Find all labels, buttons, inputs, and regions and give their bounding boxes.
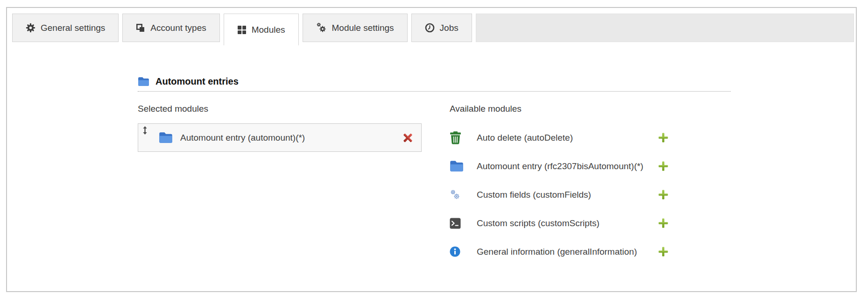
green-plus-icon (658, 218, 669, 229)
folder-icon (159, 132, 173, 143)
red-x-icon (402, 132, 414, 143)
clock-icon (425, 23, 435, 33)
available-modules-header: Available modules (450, 104, 731, 114)
available-module-label: Custom fields (customFields) (477, 190, 591, 200)
info-icon (450, 246, 466, 257)
tab-bar-filler (476, 14, 854, 42)
section-title: Automount entries (155, 76, 239, 87)
selected-modules-header: Selected modules (138, 104, 450, 114)
folder-icon (138, 77, 149, 86)
add-module-button[interactable] (658, 246, 669, 257)
tab-label: Jobs (440, 23, 459, 33)
add-module-button[interactable] (658, 161, 669, 172)
up-down-arrow-icon[interactable] (142, 126, 148, 135)
green-plus-icon (658, 161, 669, 172)
add-module-button[interactable] (658, 218, 669, 229)
remove-module-button[interactable] (402, 132, 414, 143)
tab-bar: General settings Account types Modul (12, 14, 854, 45)
folder-icon (450, 160, 466, 172)
available-module-label: Custom scripts (customScripts) (477, 218, 600, 229)
available-module-row: Auto delete (autoDelete) (450, 123, 731, 152)
tab-module-settings[interactable]: Module settings (303, 14, 408, 42)
available-module-row: Custom fields (customFields) (450, 180, 731, 209)
account-types-icon (136, 23, 145, 33)
selected-module-row[interactable]: Automount entry (automount)(*) (138, 123, 422, 152)
gears-icon (450, 189, 466, 200)
available-module-row: General information (generalInformation) (450, 237, 731, 266)
settings-panel: General settings Account types Modul (6, 7, 857, 292)
tab-label: Modules (252, 25, 285, 35)
gear-icon (26, 23, 35, 33)
green-plus-icon (658, 189, 669, 200)
green-plus-icon (658, 246, 669, 257)
available-modules-list: Auto delete (autoDelete) (450, 123, 731, 266)
section-header: Automount entries (138, 76, 731, 92)
tab-label: Module settings (332, 23, 394, 33)
available-module-label: Automount entry (rfc2307bisAutomount)(*) (477, 161, 643, 172)
available-module-label: Auto delete (autoDelete) (477, 133, 573, 143)
tab-modules[interactable]: Modules (224, 14, 299, 45)
selected-module-label: Automount entry (automount)(*) (180, 133, 305, 143)
tab-account-types[interactable]: Account types (122, 14, 219, 42)
tab-jobs[interactable]: Jobs (411, 14, 472, 42)
module-settings-gears-icon (316, 22, 327, 33)
available-module-row: Custom scripts (customScripts) (450, 209, 731, 237)
green-plus-icon (658, 132, 669, 143)
add-module-button[interactable] (658, 189, 669, 200)
modules-grid-icon (237, 25, 247, 35)
tab-label: Account types (150, 23, 206, 33)
tab-general-settings[interactable]: General settings (12, 14, 119, 42)
trash-icon (450, 131, 466, 144)
add-module-button[interactable] (658, 132, 669, 143)
available-module-label: General information (generalInformation) (477, 247, 637, 257)
tab-label: General settings (41, 23, 105, 33)
terminal-icon (450, 218, 466, 229)
available-module-row: Automount entry (rfc2307bisAutomount)(*) (450, 152, 731, 180)
modules-section: Automount entries Selected modules (138, 76, 731, 266)
